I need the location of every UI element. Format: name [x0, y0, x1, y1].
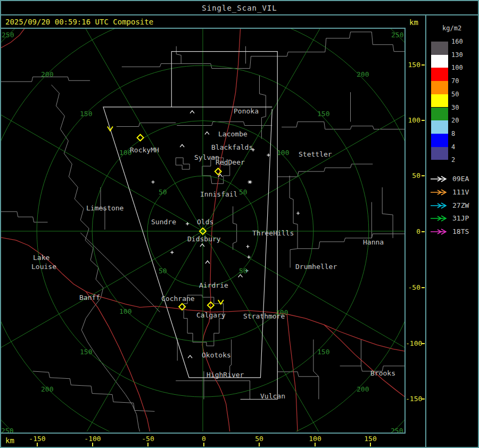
right-axis-tick-label: -50: [406, 284, 420, 291]
town-label: Calgary: [196, 312, 226, 319]
caret-marker-icon: [205, 261, 210, 264]
bottom-axis-tick-label: 50: [255, 435, 263, 442]
right-axis: 150100500-50-100-150: [406, 28, 425, 434]
town-label: HighRiver: [207, 371, 244, 378]
colorbar-value: 160: [451, 38, 463, 45]
town-label: Sundre: [151, 218, 176, 225]
colorbar-unit-label: kg/m2: [442, 25, 461, 32]
town-label: Blackfalds: [211, 144, 253, 151]
right-axis-tick: [422, 64, 425, 66]
track-id-label: 27ZW: [452, 202, 469, 209]
colorbar-value: 130: [451, 52, 463, 58]
range-ring-label: 150: [317, 110, 329, 117]
town-label: Strathmore: [243, 313, 285, 320]
bottom-axis-tick: [259, 443, 260, 446]
bottom-axis-tick: [147, 443, 148, 446]
right-axis-tick: [422, 175, 425, 176]
caret-marker-icon: [200, 244, 204, 247]
window-title: Single_Scan_VIL: [202, 4, 277, 12]
right-axis-tick-label: -150: [406, 395, 420, 402]
right-axis-tick-label: -100: [406, 340, 420, 347]
range-ring-label: 150: [80, 110, 92, 117]
radar-app-window: Single_Scan_VIL 2025/09/20 00:59:16 UTC …: [0, 0, 479, 448]
bottom-axis-tick: [37, 443, 38, 446]
bottom-axis-tick-label: -50: [142, 435, 154, 442]
range-ring-label: 200: [357, 386, 369, 393]
town-label: Airdrie: [199, 282, 228, 289]
town-label: Lake: [33, 254, 49, 261]
track-id-label: 18TS: [452, 228, 469, 235]
colorbar-value: 4: [451, 144, 455, 150]
right-axis-tick-label: 100: [406, 117, 420, 124]
right-axis-unit-label: km: [409, 18, 418, 27]
colorbar-value: 30: [451, 104, 459, 111]
colorbar-swatch: [431, 108, 448, 121]
scan-timestamp: 2025/09/20 00:59:16 UTC Composite: [5, 18, 153, 26]
town-label: Louise: [31, 263, 56, 270]
colorbar-value: 8: [451, 131, 455, 137]
range-ring-label: 50: [159, 267, 167, 274]
colorbar-value: 20: [451, 117, 459, 124]
caret-marker-icon: [238, 274, 243, 277]
right-axis-tick: [422, 398, 425, 400]
colorbar-swatch: [431, 120, 448, 134]
radar-site-diamond-icon: [215, 168, 221, 175]
town-label: Innisfail: [200, 191, 237, 198]
town-label: Limestone: [86, 205, 123, 211]
radar-map-canvas: [1, 29, 404, 431]
colorbar-value: 100: [451, 64, 463, 71]
bottom-axis-tick: [203, 443, 204, 446]
track-arrow-icon: [430, 202, 450, 209]
town-label: Drumheller: [295, 263, 337, 270]
bottom-axis: km -150-100-50050100150: [1, 433, 407, 447]
bottom-axis-tick: [370, 443, 371, 446]
colorbar-value: 50: [451, 91, 459, 97]
town-label: Vulcan: [260, 393, 285, 400]
town-label: Brooks: [370, 370, 395, 377]
town-label: Stettler: [299, 151, 332, 158]
bottom-axis-tick-label: 0: [202, 435, 206, 442]
track-arrow-icon: [430, 189, 450, 196]
title-bar: Single_Scan_VIL: [1, 1, 478, 15]
range-ring-label: 50: [239, 189, 247, 196]
town-label: Hanna: [363, 239, 384, 246]
sidebar-divider: [425, 15, 426, 447]
radar-map: 5050505010010010010015015015015020020020…: [1, 28, 406, 434]
town-label: Lacombe: [218, 131, 247, 137]
colorbar-swatch: [431, 94, 448, 108]
track-arrow-icon: [430, 229, 450, 235]
colorbar-value: 2: [451, 157, 455, 163]
plus-marker-icon: [296, 211, 300, 215]
plus-marker-icon: [170, 251, 174, 254]
colorbar-swatch: [431, 55, 448, 68]
colorbar-swatch: [431, 42, 448, 55]
range-ring-label: 200: [41, 386, 53, 393]
bottom-axis-unit-label: km: [5, 436, 14, 445]
colorbar-value: 70: [451, 78, 459, 84]
track-arrow-icon: [430, 176, 450, 182]
caret-marker-icon: [188, 355, 192, 358]
town-label: Didsbury: [187, 235, 221, 242]
plus-marker-icon: [267, 153, 270, 157]
bottom-axis-tick-label: -150: [29, 435, 45, 442]
scan-sector-outline: [103, 52, 277, 400]
colorbar-swatch: [431, 147, 448, 160]
range-ring-label: 100: [277, 149, 289, 156]
track-row: 09EA: [427, 175, 478, 183]
bottom-axis-tick: [92, 443, 93, 446]
town-label: Banff: [79, 294, 100, 301]
town-label: RockyMH: [130, 146, 159, 153]
track-arrow-icon: [430, 215, 450, 222]
range-ring-label: 100: [119, 308, 131, 315]
track-id-label: 31JP: [452, 215, 469, 222]
right-axis-tick: [422, 120, 425, 121]
bottom-axis-tick-label: 100: [309, 435, 321, 442]
track-id-label: 09EA: [452, 175, 469, 182]
track-row: 31JP: [427, 215, 478, 222]
plus-marker-icon: [152, 181, 155, 184]
range-ring-label: 50: [239, 267, 247, 274]
town-label: ThreeHills: [252, 230, 294, 237]
bottom-axis-tick: [315, 443, 316, 446]
town-label: Ponoka: [234, 108, 259, 115]
bottom-axis-tick-label: -100: [84, 435, 101, 442]
